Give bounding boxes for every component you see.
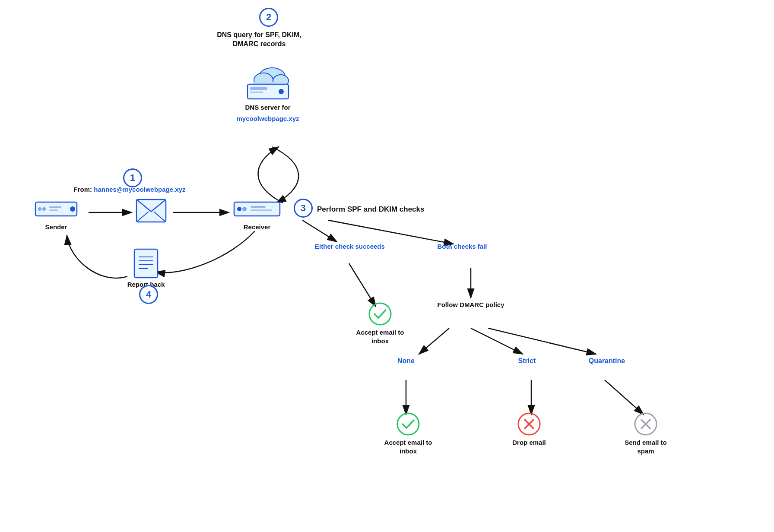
svg-rect-19 [250,92,263,93]
drop-email-node: Drop email [505,412,553,447]
svg-rect-35 [134,249,158,278]
report-back-node: Report back [120,248,172,289]
drop-email-label: Drop email [512,438,546,447]
send-spam-icon [634,412,657,436]
svg-rect-25 [49,209,58,211]
step1-circle: 1 [123,168,142,187]
email-node [132,199,171,223]
svg-point-40 [369,303,391,325]
dns-server-node: DNS server for mycoolwebpage.xyz [220,63,315,123]
svg-rect-24 [49,206,61,208]
step3-number: 3 [294,199,313,218]
report-icon [133,248,159,279]
none-node: None [384,354,428,366]
svg-rect-33 [251,206,266,208]
both-fail-label: Both checks fail [437,242,487,251]
none-label: None [397,357,415,366]
either-check-label: Either check succeeds [315,242,385,251]
follow-dmarc-label: Follow DMARC policy [438,301,504,309]
accept-inbox-2-icon [397,412,420,436]
step4-circle: 4 [139,285,158,304]
svg-point-20 [279,89,284,94]
dns-server-domain: mycoolwebpage.xyz [236,114,299,123]
email-icon [136,199,167,223]
step2-number: 2 [259,8,278,27]
step4-number: 4 [139,285,158,304]
svg-point-41 [397,413,419,435]
accept-inbox-2-label: Accept email to inbox [380,438,436,455]
sender-icon [35,198,78,220]
accept-inbox-2-node: Accept email to inbox [380,412,436,455]
accept-inbox-1-label: Accept email to inbox [354,328,406,345]
dns-query-text: DNS query for SPF, DKIM, DMARC records [212,31,307,49]
from-email: hannes@mycoolwebpage.xyz [94,186,185,193]
quarantine-node: Quarantine [579,354,635,366]
receiver-icon [233,198,281,220]
receiver-label: Receiver [244,223,271,231]
sender-node: Sender [26,198,86,231]
svg-line-9 [488,328,596,354]
send-spam-label: Send email to spam [618,438,674,455]
svg-line-3 [302,220,337,242]
either-check-node: Either check succeeds [311,240,389,251]
svg-point-22 [38,207,41,211]
svg-point-32 [242,207,247,211]
perform-check-label: Perform SPF and DKIM checks [317,205,424,214]
svg-rect-34 [251,209,272,211]
svg-point-23 [42,207,46,211]
accept-inbox-1-icon [368,302,392,326]
strict-node: Strict [505,354,549,366]
svg-point-26 [70,206,75,212]
dns-server-icon [240,63,296,101]
accept-inbox-1-node: Accept email to inbox [354,302,406,345]
step3-area: 3 Perform SPF and DKIM checks [294,199,424,218]
dns-server-label: DNS server for [245,103,290,112]
svg-line-7 [419,328,449,354]
dns-query-label: DNS query for SPF, DKIM, DMARC records [212,28,307,49]
strict-label: Strict [518,357,536,366]
svg-line-8 [471,328,523,354]
svg-point-31 [237,207,241,211]
svg-rect-18 [250,87,267,90]
from-label: From: hannes@mycoolwebpage.xyz [73,186,186,193]
send-spam-node: Send email to spam [618,412,674,455]
receiver-node: Receiver [229,198,285,231]
sender-label: Sender [45,223,67,231]
svg-line-4 [349,263,376,307]
svg-line-12 [605,380,644,415]
from-text: From: [74,186,94,193]
step1-number: 1 [123,168,142,187]
drop-email-icon [517,412,541,436]
quarantine-label: Quarantine [589,357,625,366]
step2-circle: 2 [259,8,278,27]
both-fail-node: Both checks fail [428,240,497,251]
follow-dmarc-node: Follow DMARC policy [436,298,505,309]
